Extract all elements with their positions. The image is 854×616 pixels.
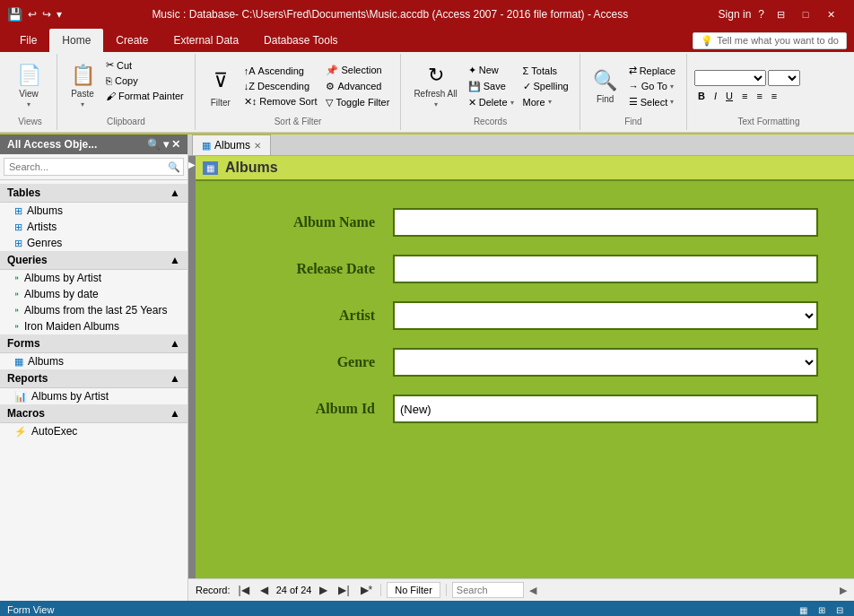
macro-icon: ⚡ xyxy=(14,426,27,438)
nav-last-button[interactable]: ▶| xyxy=(336,583,352,597)
no-filter-button[interactable]: No Filter xyxy=(387,582,440,598)
tab-database-tools[interactable]: Database Tools xyxy=(251,29,351,52)
help-button[interactable]: ? xyxy=(758,8,764,21)
toggle-filter-button[interactable]: ▽ Toggle Filter xyxy=(322,95,393,110)
sidebar-item-albums-by-date-query[interactable]: ⁍ Albums by date xyxy=(0,286,187,302)
format-painter-button[interactable]: 🖌 Format Painter xyxy=(102,89,187,103)
tab-create[interactable]: Create xyxy=(103,29,161,52)
form-view-button[interactable]: ▦ xyxy=(796,604,811,616)
goto-button[interactable]: → Go To ▾ xyxy=(625,79,679,93)
select-button[interactable]: ☰ Select ▾ xyxy=(625,94,679,109)
tab-external-data[interactable]: External Data xyxy=(161,29,251,52)
new-record-button[interactable]: ✦ New xyxy=(465,63,518,78)
sidebar-item-iron-maiden-query[interactable]: ⁍ Iron Maiden Albums xyxy=(0,318,187,334)
left-align-button[interactable]: ≡ xyxy=(738,89,751,103)
title-bar: 💾 ↩ ↪ ▾ Music : Database- C:\Users\Fred\… xyxy=(0,0,854,29)
nav-next-button[interactable]: ▶ xyxy=(317,583,330,597)
ascending-button[interactable]: ↑A Ascending xyxy=(240,64,321,78)
italic-button[interactable]: I xyxy=(710,89,720,103)
sidebar-section-queries[interactable]: Queries ▲ xyxy=(0,251,187,270)
ribbon-tabs: File Home Create External Data Database … xyxy=(0,29,854,52)
spelling-button[interactable]: ✓ Spelling xyxy=(519,79,572,94)
sidebar-item-albums-table[interactable]: ⊞ Albums xyxy=(0,203,187,219)
sign-in-button[interactable]: Sign in xyxy=(719,8,752,21)
replace-icon: ⇄ xyxy=(629,65,637,76)
sidebar-item-albums-by-artist-query[interactable]: ⁍ Albums by Artist xyxy=(0,270,187,286)
descending-button[interactable]: ↓Z Descending xyxy=(240,79,321,93)
nav-first-button[interactable]: |◀ xyxy=(236,583,252,597)
sidebar-item-albums-form[interactable]: ▦ Albums xyxy=(0,353,187,369)
advanced-button[interactable]: ⚙ Advanced xyxy=(322,79,393,94)
bold-button[interactable]: B xyxy=(694,89,709,103)
save-icon[interactable]: 💾 xyxy=(7,7,22,22)
artist-select[interactable] xyxy=(393,301,818,330)
redo-icon[interactable]: ↪ xyxy=(42,8,51,21)
selection-icon: 📌 xyxy=(326,65,338,76)
remove-sort-button[interactable]: ✕↕ Remove Sort xyxy=(240,94,321,109)
undo-icon[interactable]: ↩ xyxy=(28,8,37,21)
spelling-icon: ✓ xyxy=(523,81,531,92)
format-painter-icon: 🖌 xyxy=(106,91,116,101)
cut-icon: ✂ xyxy=(106,59,114,71)
view-button[interactable]: 📄 View ▾ xyxy=(11,56,47,117)
close-button[interactable]: ✕ xyxy=(822,5,840,23)
sidebar-search-input[interactable] xyxy=(4,158,184,176)
album-name-input[interactable] xyxy=(393,208,818,237)
sidebar-section-forms[interactable]: Forms ▲ xyxy=(0,334,187,353)
ribbon-group-clipboard: 📋 Paste ▾ ✂ Cut ⎘ Copy 🖌 Format P xyxy=(57,54,196,130)
tab-home[interactable]: Home xyxy=(49,29,103,52)
scroll-left-icon[interactable]: ◀ xyxy=(529,585,536,596)
restore-button[interactable]: □ xyxy=(797,5,815,23)
layout-view-button[interactable]: ⊟ xyxy=(832,604,847,616)
filter-button[interactable]: ⊽ Filter xyxy=(203,56,239,117)
sidebar-section-macros[interactable]: Macros ▲ xyxy=(0,404,187,423)
sidebar-section-reports[interactable]: Reports ▲ xyxy=(0,369,187,388)
sidebar-item-label: AutoExec xyxy=(31,425,77,438)
center-align-button[interactable]: ≡ xyxy=(753,89,765,103)
underline-button[interactable]: U xyxy=(722,89,736,103)
tab-close-button[interactable]: ✕ xyxy=(254,141,261,151)
scroll-right-icon[interactable]: ▶ xyxy=(840,585,847,596)
nav-new-button[interactable]: ▶* xyxy=(358,583,376,597)
view-label: View xyxy=(19,89,39,99)
save-record-button[interactable]: 💾 Save xyxy=(465,79,518,94)
sidebar-section-tables[interactable]: Tables ▲ xyxy=(0,184,187,203)
font-size-select[interactable] xyxy=(768,70,800,86)
refresh-button[interactable]: ↻ Refresh All ▾ xyxy=(408,56,462,117)
delete-record-button[interactable]: ✕ Delete ▾ xyxy=(465,95,518,110)
record-search-input[interactable] xyxy=(452,582,524,598)
datasheet-view-button[interactable]: ⊞ xyxy=(815,604,829,616)
font-family-select[interactable] xyxy=(694,70,766,86)
release-date-input[interactable] xyxy=(393,255,818,283)
sidebar-item-artists-table[interactable]: ⊞ Artists xyxy=(0,219,187,235)
query-icon: ⁍ xyxy=(14,273,20,284)
find-icon: 🔍 xyxy=(593,69,617,92)
minimize-button[interactable]: ⊟ xyxy=(771,5,789,23)
select-icon: ☰ xyxy=(629,96,638,108)
filter-col: 📌 Selection ⚙ Advanced ▽ Toggle Filter xyxy=(322,56,393,117)
more-button[interactable]: More ▾ xyxy=(519,95,572,109)
tell-me-input[interactable]: 💡 Tell me what you want to do xyxy=(693,32,847,49)
copy-button[interactable]: ⎘ Copy xyxy=(102,74,187,88)
sidebar-close-icon[interactable]: ✕ xyxy=(171,138,180,151)
sidebar-search-toggle[interactable]: 🔍 xyxy=(147,138,161,151)
tab-bar: ▦ Albums ✕ xyxy=(188,134,854,156)
nav-prev-button[interactable]: ◀ xyxy=(257,583,271,597)
replace-button[interactable]: ⇄ Replace xyxy=(625,63,679,78)
totals-button[interactable]: Σ Totals xyxy=(519,64,572,78)
sidebar-options-icon[interactable]: ▾ xyxy=(163,138,169,151)
sidebar-item-genres-table[interactable]: ⊞ Genres xyxy=(0,235,187,251)
paste-button[interactable]: 📋 Paste ▾ xyxy=(65,56,100,117)
albums-tab[interactable]: ▦ Albums ✕ xyxy=(192,134,271,155)
sidebar-item-autoexec-macro[interactable]: ⚡ AutoExec xyxy=(0,423,187,439)
clipboard-sub: ✂ Cut ⎘ Copy 🖌 Format Painter xyxy=(102,56,187,103)
selection-button[interactable]: 📌 Selection xyxy=(322,63,393,78)
find-button[interactable]: 🔍 Find xyxy=(588,56,623,117)
tab-file[interactable]: File xyxy=(7,29,49,52)
right-align-button[interactable]: ≡ xyxy=(768,89,780,103)
cut-button[interactable]: ✂ Cut xyxy=(102,57,187,73)
genre-select[interactable] xyxy=(393,348,818,377)
sidebar-item-albums-last-25-query[interactable]: ⁍ Albums from the last 25 Years xyxy=(0,302,187,318)
sidebar-item-albums-by-artist-report[interactable]: 📊 Albums by Artist xyxy=(0,388,187,404)
form-scroll: ▦ Albums Album Name Release Date xyxy=(196,156,854,578)
